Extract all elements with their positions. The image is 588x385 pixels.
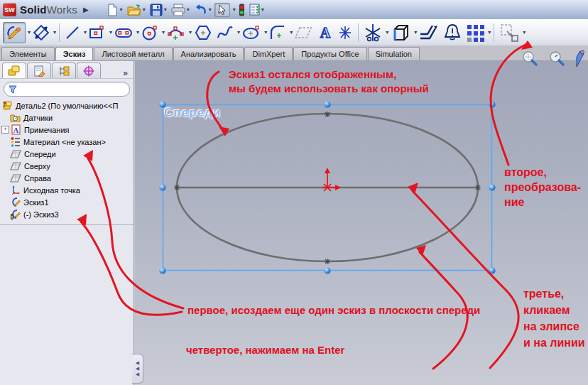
dropdown-caret-icon[interactable]: ▾ xyxy=(53,29,56,36)
offset-entities-button[interactable] xyxy=(418,21,440,44)
tree-item-front-plane[interactable]: Спереди xyxy=(0,148,134,160)
dropdown-caret-icon[interactable]: ▾ xyxy=(187,6,190,13)
dropdown-caret-icon[interactable]: ▾ xyxy=(162,29,165,36)
zoom-fit-icon[interactable] xyxy=(521,50,538,67)
save-button[interactable]: ▾ xyxy=(148,3,168,17)
part-icon xyxy=(2,100,13,111)
circle-tool-button[interactable] xyxy=(140,22,160,43)
tab-elements[interactable]: Элементы xyxy=(1,47,55,60)
zoom-area-icon[interactable] xyxy=(548,50,565,67)
fillet-tool-button[interactable] xyxy=(268,22,288,43)
dropdown-caret-icon[interactable]: ▾ xyxy=(261,6,264,13)
line-icon xyxy=(64,24,81,41)
smart-dimension-button[interactable] xyxy=(31,22,51,43)
print-button[interactable]: ▾ xyxy=(170,3,191,17)
tab-simulation[interactable]: Simulation xyxy=(368,47,420,60)
tab-sheet-metal[interactable]: Листовой металл xyxy=(94,47,172,60)
tree-divider xyxy=(0,224,134,225)
filter-funnel-icon xyxy=(9,85,17,94)
dropdown-caret-icon[interactable]: ▾ xyxy=(233,6,236,13)
tree-expander-icon[interactable]: + xyxy=(1,126,9,134)
tab-office-products[interactable]: Продукты Office xyxy=(293,47,366,60)
dropdown-caret-icon[interactable]: ▾ xyxy=(209,6,212,13)
select-tool-button[interactable] xyxy=(214,3,230,17)
tree-item-top-plane[interactable]: Сверху xyxy=(0,160,134,172)
dropdown-caret-icon[interactable]: ▾ xyxy=(386,29,388,36)
move-entities-icon xyxy=(499,23,520,43)
dropdown-caret-icon[interactable]: ▾ xyxy=(523,29,526,36)
collapse-arrow-icon: ◀ xyxy=(136,367,139,371)
text-tool-button[interactable]: A xyxy=(316,22,334,43)
dropdown-caret-icon[interactable]: ▾ xyxy=(290,29,293,36)
property-manager-tab[interactable] xyxy=(27,63,51,78)
view-toolbar xyxy=(521,50,585,68)
dropdown-caret-icon[interactable]: ▾ xyxy=(109,29,112,36)
dropdown-caret-icon[interactable]: ▾ xyxy=(414,29,417,36)
menu-flyout-arrow-icon[interactable]: ▶ xyxy=(83,6,89,13)
display-relations-button[interactable] xyxy=(442,21,463,44)
tree-item-sketch1[interactable]: Эскиз1 xyxy=(0,196,134,208)
tab-dimxpert[interactable]: DimXpert xyxy=(244,47,293,60)
sketch-toolbar: ▾ ▾ ▾ ▾ ▾ ▾ ▾ ▾ ▾ ▾ A xyxy=(0,19,588,46)
move-entities-button xyxy=(498,21,521,44)
annotations-icon: A xyxy=(11,124,21,135)
collapse-arrow-icon: ◀ xyxy=(136,372,139,376)
convert-entities-button[interactable] xyxy=(389,21,412,45)
convert-entities-icon xyxy=(390,22,411,43)
rectangle-tool-button[interactable] xyxy=(87,23,107,43)
dropdown-caret-icon[interactable]: ▾ xyxy=(164,6,167,13)
tree-item-right-plane[interactable]: Справа xyxy=(0,172,134,184)
tree-item-sketch3[interactable]: (-) Эскиз3 xyxy=(0,208,134,220)
sensors-icon xyxy=(10,112,21,123)
spline-tool-button[interactable] xyxy=(215,22,235,43)
undo-button[interactable]: ▾ xyxy=(192,3,213,17)
point-tool-button[interactable] xyxy=(336,22,354,43)
feature-manager-tab[interactable] xyxy=(2,63,26,78)
plane-tool-button xyxy=(293,22,315,43)
panel-splitter-handle[interactable]: ◀ ◀ ◀ xyxy=(132,354,143,384)
panel-expand-button[interactable]: » xyxy=(123,68,128,78)
linear-pattern-button[interactable] xyxy=(464,21,486,44)
interference-check-button[interactable] xyxy=(237,3,246,17)
feature-manager-panel: » Деталь2 (По умолчанию<<П Датчики + A П… xyxy=(0,61,134,385)
dropdown-caret-icon[interactable]: ▾ xyxy=(120,6,123,13)
options-button[interactable]: ▾ xyxy=(248,3,266,16)
toolbar-separator xyxy=(494,23,494,42)
circle-icon xyxy=(141,23,159,42)
line-tool-button[interactable] xyxy=(63,23,82,43)
dimxpert-manager-icon xyxy=(82,65,95,77)
dropdown-caret-icon[interactable]: ▾ xyxy=(488,29,491,36)
open-button[interactable]: ▾ xyxy=(126,3,147,17)
plane-icon xyxy=(10,173,21,183)
ellipse-tool-button[interactable] xyxy=(241,23,262,43)
dropdown-caret-icon[interactable]: ▾ xyxy=(237,29,240,36)
dropdown-caret-icon[interactable]: ▾ xyxy=(264,29,267,36)
tab-evaluate[interactable]: Анализировать xyxy=(173,47,244,60)
dropdown-caret-icon[interactable]: ▾ xyxy=(28,29,31,36)
dropdown-caret-icon[interactable]: ▾ xyxy=(189,29,192,36)
dropdown-caret-icon[interactable]: ▾ xyxy=(136,29,139,36)
annotation-note4: первое, исоздаем еще один эскиз в плоско… xyxy=(187,304,480,316)
tree-item-origin[interactable]: Исходная точка xyxy=(0,184,134,196)
dimxpert-manager-tab[interactable] xyxy=(77,63,101,78)
arc-tool-button[interactable] xyxy=(165,22,187,43)
display-relations-bell-icon xyxy=(442,23,462,43)
tab-sketch[interactable]: Эскиз xyxy=(55,47,94,60)
dropdown-caret-icon[interactable]: ▾ xyxy=(143,6,146,13)
tree-item-material[interactable]: Материал <не указан> xyxy=(0,136,134,148)
offset-entities-icon xyxy=(418,23,440,43)
polygon-tool-button[interactable] xyxy=(192,22,214,43)
tree-item-annotations[interactable]: + A Примечания xyxy=(0,124,134,136)
slot-tool-button[interactable] xyxy=(113,23,134,43)
tree-filter-input[interactable] xyxy=(4,82,130,97)
dropdown-caret-icon[interactable]: ▾ xyxy=(84,29,87,36)
svg-text:A: A xyxy=(13,126,19,134)
sketch-corner-icon[interactable] xyxy=(575,50,585,68)
sketch-pencil-icon xyxy=(6,24,23,41)
configuration-manager-tab[interactable] xyxy=(52,63,76,78)
trim-entities-button[interactable] xyxy=(362,21,383,44)
sketch-button[interactable] xyxy=(3,22,26,43)
tree-root-part[interactable]: Деталь2 (По умолчанию<<П xyxy=(0,99,134,112)
tree-item-sensors[interactable]: Датчики xyxy=(0,112,134,124)
new-document-button[interactable]: ▾ xyxy=(104,3,124,17)
